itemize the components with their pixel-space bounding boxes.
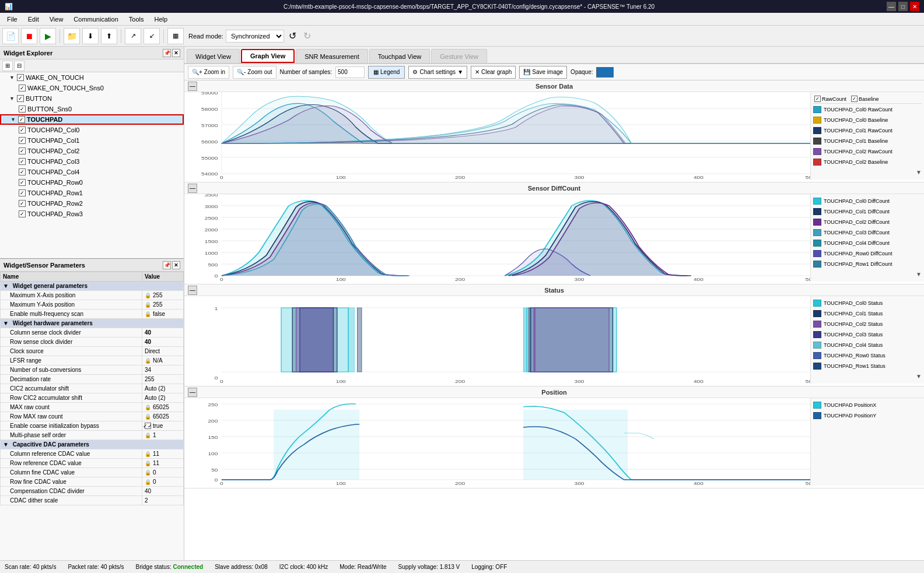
tab-snr-measurement[interactable]: SNR Measurement [296,49,368,63]
svg-text:55000: 55000 [201,156,218,161]
tree-item-tp-col0[interactable]: TOUCHPAD_Col0 [0,125,184,135]
tree-item-tp-row1[interactable]: TOUCHPAD_Row1 [0,188,184,198]
checkbox-tp-col1[interactable] [19,137,26,144]
tab-touchpad-view[interactable]: Touchpad View [369,49,430,63]
undo-button[interactable]: ↺ [286,29,299,43]
zoom-in-button[interactable]: 🔍+ Zoom in [188,66,229,79]
redo-button[interactable]: ↻ [301,29,313,43]
chart-settings-button[interactable]: ⚙ Chart settings ▼ [408,66,467,79]
button-label: BUTTON [26,95,52,102]
baseline-toggle[interactable] [851,96,858,102]
checkbox-tp-row2[interactable] [19,200,26,207]
i2c-clock: I2C clock: 400 kHz [279,564,328,570]
svg-text:56000: 56000 [201,139,218,145]
menu-help[interactable]: Help [149,15,172,24]
legend-st-col1: TOUCHPAD_Col1 Status [813,309,922,318]
menu-view[interactable]: View [45,15,68,24]
svg-rect-42 [184,296,810,384]
section-cap-dac[interactable]: ▼ Capacitive DAC parameters [1,440,184,449]
btn-sns0-label: BUTTON_Sns0 [27,106,72,113]
clear-graph-label: Clear graph [481,69,512,75]
samples-input[interactable] [335,66,365,78]
diff-count-minimize[interactable]: — [188,184,197,193]
import-button[interactable]: ↙ [144,28,160,44]
run-button[interactable]: ▶ [40,28,56,44]
zoom-out-button[interactable]: 🔍- Zoom out [233,66,276,79]
legend-col2-base: TOUCHPAD_Col2 Baseline [813,157,922,167]
export-button[interactable]: ↗ [125,28,141,44]
legend-st-col2: TOUCHPAD_Col2 Status [813,319,922,329]
minimize-button[interactable]: — [887,2,896,11]
tree-item-tp-row3[interactable]: TOUCHPAD_Row3 [0,209,184,219]
checkbox-btn-sns0[interactable] [19,106,26,113]
opaque-swatch[interactable] [596,67,614,78]
legend-dc-col4: TOUCHPAD_Col4 DiffCount [813,238,922,248]
status-minimize[interactable]: — [188,286,197,295]
tab-gesture-view: Gesture View [431,49,487,63]
params-pin[interactable]: 📌 [163,261,171,269]
tree-item-tp-row0[interactable]: TOUCHPAD_Row0 [0,177,184,188]
tree-item-tp-col2[interactable]: TOUCHPAD_Col2 [0,146,184,156]
read-mode-select[interactable]: Synchronized Asynchronous [226,30,284,43]
clear-graph-button[interactable]: ✕ Clear graph [471,66,516,79]
checkbox-button[interactable] [17,95,24,102]
tp-row2-label: TOUCHPAD_Row2 [27,200,83,207]
tp-row1-label: TOUCHPAD_Row1 [27,189,83,196]
tree-item-wake-sns0[interactable]: WAKE_ON_TOUCH_Sns0 [0,83,184,93]
tree-item-tp-col3[interactable]: TOUCHPAD_Col3 [0,156,184,167]
menu-edit[interactable]: Edit [23,15,44,24]
maximize-button[interactable]: □ [898,2,908,11]
tree-item-wake[interactable]: ▼ WAKE_ON_TOUCH [0,72,184,83]
status-legend-scroll[interactable]: ▼ [916,373,922,379]
checkbox-tp-col2[interactable] [19,147,26,154]
diff-legend-scroll[interactable]: ▼ [916,271,922,277]
save-image-button[interactable]: 💾 Save image [519,66,567,79]
sensor-data-minimize[interactable]: — [188,82,197,91]
svg-text:100: 100 [336,481,346,486]
tree-item-tp-col1[interactable]: TOUCHPAD_Col1 [0,135,184,146]
checkbox-tp-col4[interactable] [19,168,26,175]
section-widget-general[interactable]: ▼ Widget general parameters [1,282,184,291]
legend-button[interactable]: ▦ Legend [368,66,405,79]
tree-item-button[interactable]: ▼ BUTTON [0,93,184,104]
menu-communication[interactable]: Communication [69,15,123,24]
widget-explorer-close[interactable]: ✕ [172,49,180,57]
svg-text:300: 300 [575,379,584,384]
menu-tools[interactable]: Tools [124,15,149,24]
open-button[interactable]: 📁 [64,28,80,44]
stop-button[interactable]: ⏹ [21,28,37,44]
tree-item-btn-sns0[interactable]: BUTTON_Sns0 [0,104,184,114]
svg-text:54000: 54000 [201,171,218,177]
checkbox-tp-col3[interactable] [19,158,26,165]
checkbox-wake[interactable] [17,74,24,81]
download-button[interactable]: ⬇ [82,28,99,44]
position-minimize[interactable]: — [188,388,197,397]
tree-item-tp-col4[interactable]: TOUCHPAD_Col4 [0,167,184,177]
checkbox-tp-row3[interactable] [19,210,26,217]
widget-explorer-pin[interactable]: 📌 [163,49,171,57]
terminal-button[interactable]: ▦ [167,28,184,44]
section-widget-hardware[interactable]: ▼ Widget hardware parameters [1,319,184,328]
tree-item-tp-row2[interactable]: TOUCHPAD_Row2 [0,198,184,209]
legend-scroll-down[interactable]: ▼ [916,169,922,175]
close-button[interactable]: ✕ [910,2,919,11]
rawcount-toggle[interactable] [814,96,821,102]
new-button[interactable]: 📄 [2,28,19,44]
params-close[interactable]: ✕ [172,261,180,269]
param-multi-phase: Multi-phase self order 🔒 1 [1,431,184,440]
tree-expand-all[interactable]: ⊞ [2,61,13,71]
tab-graph-view[interactable]: Graph View [241,49,295,63]
menu-file[interactable]: File [2,15,22,24]
upload-button[interactable]: ⬆ [101,28,117,44]
svg-text:0: 0 [220,481,223,486]
tree-collapse-all[interactable]: ⊟ [14,61,24,71]
checkbox-touchpad[interactable] [18,116,25,123]
checkbox-tp-row0[interactable] [19,179,26,186]
checkbox-tp-col0[interactable] [19,126,26,133]
checkbox-wake-sns0[interactable] [19,85,26,92]
svg-text:57000: 57000 [201,123,218,128]
legend-dc-col0: TOUCHPAD_Col0 DiffCount [813,196,922,206]
tab-widget-view[interactable]: Widget View [187,49,240,63]
tree-item-touchpad[interactable]: ▼ TOUCHPAD [0,114,184,125]
checkbox-tp-row1[interactable] [19,189,26,196]
